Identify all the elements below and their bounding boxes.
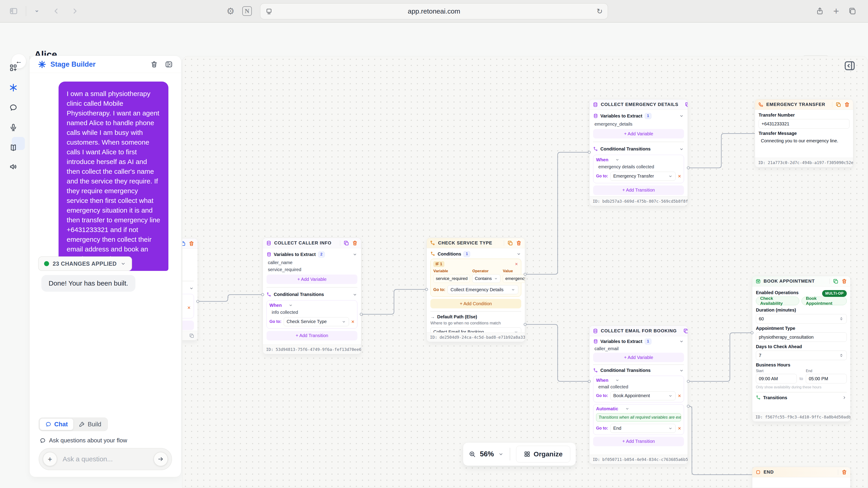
remove-transition-icon[interactable]: × <box>678 426 681 431</box>
variable-name[interactable]: service_required <box>268 267 358 272</box>
remove-transition-icon[interactable]: × <box>678 173 681 179</box>
share-icon[interactable] <box>815 7 824 15</box>
node-book-appointment[interactable]: BOOK APPOINTMENT MULTI-OP Enabled Operat… <box>752 276 850 422</box>
when-label[interactable]: When <box>270 303 282 308</box>
operation-pill[interactable]: Book Appointment <box>802 297 847 305</box>
variable-name[interactable]: caller_name <box>268 260 358 265</box>
chevron-down-icon[interactable] <box>679 339 684 344</box>
stepper-icon[interactable] <box>839 353 844 358</box>
chevron-down-icon[interactable] <box>34 8 40 14</box>
add-variable-button[interactable]: + Add Variable <box>267 274 358 284</box>
add-transition-button[interactable]: + Add Transition <box>593 437 684 446</box>
tab-chat[interactable]: Chat <box>40 419 73 430</box>
input-handle[interactable] <box>588 380 591 383</box>
when-label[interactable]: When <box>596 157 608 162</box>
goto-select[interactable]: Emergency Transfer <box>610 172 676 181</box>
operation-pill[interactable]: Check Availability <box>756 297 799 305</box>
variable-name[interactable]: caller_email <box>594 346 684 351</box>
reload-icon[interactable]: ↻ <box>596 7 602 15</box>
remove-transition-icon[interactable]: × <box>678 393 681 398</box>
when-label[interactable]: When <box>596 378 608 383</box>
sidebar-item-stage-builder[interactable] <box>9 83 18 92</box>
goto-select[interactable]: End <box>610 424 676 433</box>
input-handle[interactable] <box>425 288 428 291</box>
goto-select[interactable]: Book Appointment <box>610 391 676 400</box>
days-ahead-input[interactable]: 7 <box>756 351 847 360</box>
chevron-right-icon[interactable] <box>842 395 847 400</box>
appointment-type-input[interactable]: physiotherapy_consultation <box>756 332 847 342</box>
variable-name[interactable]: emergency_details <box>594 122 684 127</box>
condition-text[interactable]: info collected <box>272 310 354 315</box>
tab-build[interactable]: Build <box>73 419 107 430</box>
sidebar-item-voice[interactable] <box>9 123 18 132</box>
copy-id-icon[interactable] <box>189 333 194 338</box>
changes-applied-pill[interactable]: 23 CHANGES APPLIED <box>38 256 132 271</box>
chevron-down-icon[interactable] <box>679 368 684 373</box>
url-bar[interactable]: app.retoneai.com ↻ <box>260 3 608 20</box>
condition-text[interactable]: email collected <box>598 384 681 390</box>
collapse-panel-icon[interactable] <box>165 60 173 68</box>
output-handle[interactable] <box>687 380 690 383</box>
output-handle[interactable] <box>687 405 690 408</box>
duration-input[interactable]: 60 <box>756 314 847 324</box>
collapse-canvas-icon[interactable] <box>843 59 856 72</box>
condition-variable[interactable]: service_required <box>433 274 470 283</box>
output-handle[interactable] <box>360 313 363 316</box>
trash-icon[interactable] <box>352 240 358 246</box>
chevron-down-icon[interactable] <box>352 252 358 257</box>
chevron-down-icon[interactable] <box>498 451 504 457</box>
node-collect-emergency-details[interactable]: COLLECT EMERGENCY DETAILS Variables to E… <box>589 99 688 206</box>
flow-canvas[interactable]: × COLLECT CALLER INFO Variables to Extra… <box>182 56 868 488</box>
new-tab-icon[interactable]: + <box>833 5 839 17</box>
input-handle[interactable] <box>751 331 754 334</box>
sidebar-toggle-icon[interactable] <box>9 6 18 15</box>
node-partial-greeting[interactable]: × <box>182 238 198 340</box>
tabs-icon[interactable] <box>848 7 857 15</box>
remove-transition-icon[interactable]: × <box>351 319 354 324</box>
trash-icon[interactable] <box>150 61 158 68</box>
trash-icon[interactable] <box>188 240 194 247</box>
start-time-input[interactable]: 09:00 AM <box>756 374 797 383</box>
add-variable-button[interactable]: + Add Variable <box>593 129 684 138</box>
remove-transition-icon[interactable]: × <box>187 305 191 311</box>
sidebar-item-blocks[interactable] <box>9 64 18 72</box>
sidebar-item-audio[interactable] <box>9 162 18 171</box>
output-handle[interactable] <box>196 300 199 303</box>
trash-icon[interactable] <box>841 278 847 284</box>
node-collect-email[interactable]: COLLECT EMAIL FOR BOOKING Variables to E… <box>589 326 688 464</box>
question-input[interactable]: + Ask a question... <box>39 448 172 470</box>
node-emergency-transfer[interactable]: EMERGENCY TRANSFER Transfer Number +6431… <box>755 99 853 167</box>
notion-icon[interactable]: N <box>242 6 252 16</box>
condition-text[interactable]: emergency details collected <box>598 164 681 169</box>
send-button[interactable] <box>153 452 168 466</box>
add-condition-button[interactable]: + Add Condition <box>430 299 521 308</box>
copy-node-icon[interactable] <box>685 102 688 107</box>
transfer-message-input[interactable]: Connecting you to our emergency line. <box>758 137 849 144</box>
condition-value[interactable]: emergency <box>503 274 525 283</box>
copy-node-icon[interactable] <box>835 102 841 107</box>
add-transition-button[interactable]: + Add Transition <box>267 331 358 340</box>
reader-icon[interactable] <box>266 8 273 15</box>
sidebar-item-chat[interactable] <box>9 103 18 112</box>
gear-icon[interactable]: ⚙ <box>226 6 235 16</box>
copy-node-icon[interactable] <box>683 328 688 334</box>
transfer-number-input[interactable]: +6431233321 <box>758 119 849 129</box>
output-handle[interactable] <box>524 273 527 276</box>
chevron-down-icon[interactable] <box>516 252 521 256</box>
remove-condition-icon[interactable]: × <box>515 261 518 267</box>
organize-button[interactable]: Organize <box>516 446 570 462</box>
trash-icon[interactable] <box>516 240 522 246</box>
node-end[interactable]: END <box>752 467 850 488</box>
default-goto-select[interactable]: Collect Email for Booking <box>430 327 521 332</box>
back-icon[interactable] <box>53 7 60 15</box>
zoom-icon[interactable] <box>469 451 476 458</box>
node-collect-caller-info[interactable]: COLLECT CALLER INFO Variables to Extract… <box>263 238 361 354</box>
trash-icon[interactable] <box>844 102 850 107</box>
output-handle[interactable] <box>687 166 690 169</box>
end-time-input[interactable]: 05:00 PM <box>806 374 847 383</box>
chevron-down-icon[interactable] <box>679 113 684 119</box>
forward-icon[interactable] <box>71 7 79 15</box>
trash-icon[interactable] <box>841 469 847 475</box>
copy-node-icon[interactable] <box>833 278 839 284</box>
add-variable-button[interactable]: + Add Variable <box>593 353 684 362</box>
